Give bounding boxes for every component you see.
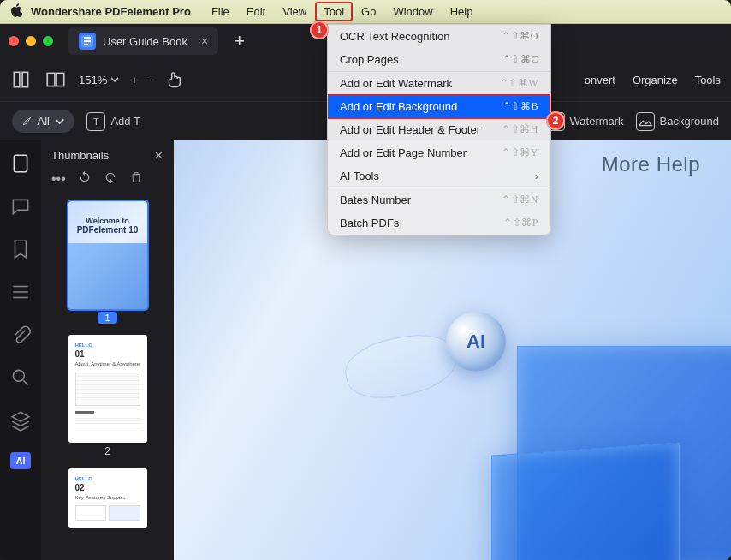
rotate-left-icon[interactable] [78, 170, 92, 188]
app-title: Wondershare PDFelement Pro [31, 5, 191, 18]
zoom-level[interactable]: 151% [79, 74, 119, 86]
thumbnails-title: Thumbnails [51, 149, 109, 162]
annotation-badge-1: 1 [310, 21, 329, 39]
text-box-icon: T [86, 112, 105, 131]
single-page-view-icon[interactable] [10, 69, 33, 91]
rotate-right-icon[interactable] [104, 170, 117, 188]
menu-batch[interactable]: Batch PDFs⌃⇧⌘P [328, 211, 550, 235]
thumbnails-panel: Thumbnails ✕ ••• Welcome to PDFelement 1… [41, 140, 174, 560]
thumbnails-panel-icon[interactable] [9, 152, 32, 175]
thumbnail-page-1[interactable]: Welcome to PDFelement 10 [68, 201, 147, 309]
svg-rect-5 [14, 155, 27, 172]
ai-panel-icon[interactable]: AI [10, 452, 31, 469]
menu-window[interactable]: Window [384, 2, 441, 21]
menu-header-footer[interactable]: Add or Edit Header & Footer⌃⇧⌘H [328, 118, 550, 141]
menu-view[interactable]: View [274, 2, 315, 21]
svg-point-6 [13, 370, 24, 381]
document-tab[interactable]: User Guide Book × [68, 27, 218, 55]
new-tab-button[interactable]: + [227, 30, 252, 52]
toolbar-organize[interactable]: Organize [633, 74, 678, 86]
traffic-lights [9, 36, 53, 46]
menu-help[interactable]: Help [442, 2, 482, 21]
zoom-out-button[interactable]: − [146, 74, 153, 86]
menu-ocr[interactable]: OCR Text Recognition⌃⇧⌘O [328, 25, 550, 48]
svg-rect-2 [22, 72, 28, 86]
more-options-icon[interactable]: ••• [51, 171, 66, 187]
toolbar-tools[interactable]: Tools [695, 74, 721, 86]
svg-rect-3 [47, 73, 55, 86]
svg-rect-4 [56, 73, 64, 86]
page-number-badge: 1 [98, 312, 116, 324]
chevron-right-icon: › [535, 170, 538, 182]
all-tools-pill[interactable]: All [12, 110, 74, 133]
menu-bates[interactable]: Bates Number⌃⇧⌘N [328, 188, 550, 211]
menu-edit[interactable]: Edit [238, 2, 274, 21]
delete-page-icon[interactable] [129, 170, 143, 188]
facing-pages-view-icon[interactable] [45, 69, 67, 91]
annotation-badge-2: 2 [546, 111, 565, 130]
thumbnail-page-3[interactable]: HELLO 02 Key Features Support [68, 468, 147, 528]
more-help-heading: More Help [602, 152, 700, 176]
menu-go[interactable]: Go [353, 2, 384, 21]
search-panel-icon[interactable] [9, 366, 32, 389]
svg-rect-1 [14, 72, 19, 86]
close-window-button[interactable] [9, 36, 19, 46]
left-icon-rail: AI [0, 140, 41, 560]
close-panel-icon[interactable]: ✕ [154, 149, 163, 162]
add-text-button[interactable]: T Add T [86, 112, 140, 131]
minimize-window-button[interactable] [26, 36, 36, 46]
menu-crop-pages[interactable]: Crop Pages⌃⇧⌘C [328, 48, 550, 71]
close-tab-icon[interactable]: × [201, 34, 208, 48]
apple-logo-icon [10, 3, 22, 20]
attachments-panel-icon[interactable] [9, 324, 32, 346]
menu-tool[interactable]: Tool [315, 2, 353, 21]
tool-menu-dropdown: OCR Text Recognition⌃⇧⌘O Crop Pages⌃⇧⌘C … [327, 24, 551, 235]
decorative-cylinder [340, 326, 461, 407]
maximize-window-button[interactable] [43, 36, 53, 46]
menu-background[interactable]: Add or Edit Background⌃⇧⌘B [328, 95, 550, 118]
menu-ai-tools[interactable]: AI Tools› [328, 164, 550, 188]
background-button[interactable]: Background [636, 112, 719, 131]
background-icon [636, 112, 655, 131]
hand-tool-icon[interactable] [164, 69, 187, 91]
tab-title: User Guide Book [103, 35, 187, 48]
thumbnail-page-2[interactable]: HELLO 01 About. Anytime, & Anywhere [68, 335, 147, 443]
menu-page-number[interactable]: Add or Edit Page Number⌃⇧⌘Y [328, 141, 550, 164]
ai-sphere-graphic: AI [446, 312, 506, 372]
page-number-label: 2 [104, 445, 110, 457]
bookmarks-panel-icon[interactable] [9, 238, 32, 260]
list-panel-icon[interactable] [9, 281, 32, 303]
layers-panel-icon[interactable] [9, 409, 32, 432]
toolbar-convert[interactable]: onvert [585, 74, 615, 86]
decorative-glass-block [491, 442, 680, 560]
mac-menubar: Wondershare PDFelement Pro File Edit Vie… [0, 0, 731, 24]
menu-watermark[interactable]: Add or Edit Watermark⌃⇧⌘W [328, 72, 550, 95]
comments-panel-icon[interactable] [9, 195, 32, 217]
zoom-in-button[interactable]: + [131, 74, 138, 86]
pdf-app-icon [79, 33, 96, 50]
menu-file[interactable]: File [203, 2, 238, 21]
